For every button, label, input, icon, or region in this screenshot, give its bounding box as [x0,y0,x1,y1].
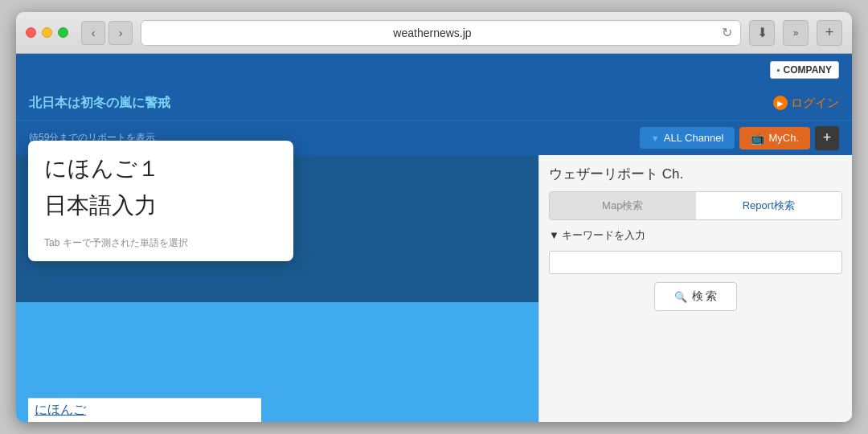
address-bar[interactable]: weathernews.jp ↻ [141,20,741,46]
reload-button[interactable]: ↻ [722,25,732,40]
keyword-input[interactable] [549,251,842,274]
all-channel-button[interactable]: ▼ ALL Channel [640,127,735,149]
more-button[interactable]: » [783,20,809,46]
keyword-label: ▼ キーワードを入力 [549,228,842,243]
download-icon: ⬇ [757,25,768,40]
close-button[interactable] [26,27,36,38]
add-channel-button[interactable]: + [815,126,839,150]
login-button[interactable]: ▶ ログイン [773,96,839,111]
right-sidebar: ウェザーリポート Ch. Map検索 Report検索 ▼ キーワードを入力 🔍… [538,155,852,422]
sidebar-title: ウェザーリポート Ch. [549,165,842,183]
address-text: weathernews.jp [149,27,715,39]
ime-popup: にほんご１ 日本語入力 Tab キーで予測された単語を選択 [28,141,293,261]
map-search-tab[interactable]: Map検索 [550,192,696,219]
chevron-icon: » [793,27,799,39]
mych-icon: 📺 [751,132,764,145]
nav-buttons: ‹ › [81,21,133,45]
report-search-tab[interactable]: Report検索 [696,192,842,219]
search-icon: 🔍 [674,291,687,303]
mych-button[interactable]: 📺 MyCh. [739,127,810,149]
search-button[interactable]: 🔍 検 索 [654,282,738,311]
traffic-lights [26,27,68,38]
webpage: ▪ COMPANY 北日本は初冬の嵐に警戒 ▶ ログイン 待59分までのリポート… [16,54,852,422]
download-button[interactable]: ⬇ [749,20,775,46]
ime-suggestion-1[interactable]: にほんご１ [44,154,277,184]
company-logo-icon: ▪ [777,65,780,75]
ime-suggestion-2[interactable]: 日本語入力 [44,190,277,221]
login-icon: ▶ [773,96,788,110]
maximize-button[interactable] [58,27,68,38]
minimize-button[interactable] [42,27,52,38]
wn-top-header: ▪ COMPANY [16,54,852,86]
headline: 北日本は初冬の嵐に警戒 [29,95,765,112]
wn-subheader: 北日本は初冬の嵐に警戒 ▶ ログイン [16,86,852,120]
ime-hint: Tab キーで予測された単語を選択 [44,236,188,250]
new-tab-button[interactable]: + [817,20,842,46]
search-tabs: Map検索 Report検索 [549,191,842,220]
browser-window: ‹ › weathernews.jp ↻ ⬇ » + ▪ COMPANY [16,12,852,422]
forward-button[interactable]: › [108,21,133,45]
title-bar: ‹ › weathernews.jp ↻ ⬇ » + [16,12,852,54]
dropdown-arrow-icon: ▼ [651,133,660,143]
ime-address-input[interactable]: にほんご [28,398,261,422]
back-button[interactable]: ‹ [81,21,105,45]
company-badge[interactable]: ▪ COMPANY [770,61,839,79]
